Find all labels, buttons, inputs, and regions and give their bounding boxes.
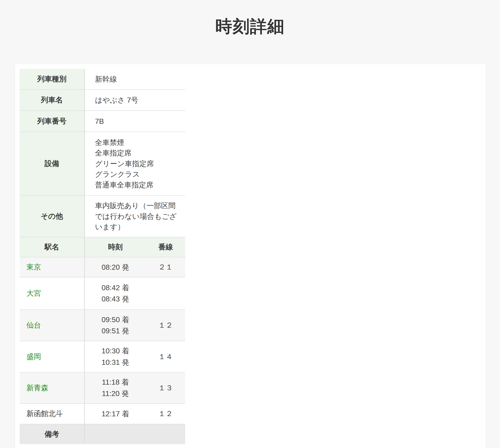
train-detail-card: 列車種別 新幹線 列車名 はやぶさ 7号 列車番号 7B 設備 全車禁煙全車指定… [15, 64, 486, 448]
station-link[interactable]: 東京 [26, 263, 41, 271]
remarks-row: 備考 [20, 424, 185, 444]
timetable-header-row: 駅名 時刻 番線 [20, 237, 185, 257]
train-name-value: はやぶさ 7号 [84, 90, 185, 111]
station-row-shin-aomori: 新青森 11:18 着11:20 発 １３ [20, 372, 185, 403]
time-cell: 10:30 着10:31 発 [84, 341, 146, 372]
other-label: その他 [20, 195, 84, 237]
train-name-label: 列車名 [20, 90, 84, 111]
station-column-header: 駅名 [20, 237, 84, 257]
station-link[interactable]: 新青森 [26, 384, 48, 392]
time-cell: 09:50 着09:51 発 [84, 310, 146, 341]
station-cell: 新青森 [20, 372, 84, 403]
row-train-number: 列車番号 7B [20, 111, 185, 132]
station-row-shin-hakodate-hokuto: 新函館北斗 12:17 着 １２ [20, 403, 185, 424]
time-cell: 08:42 着08:43 発 [84, 277, 146, 310]
time-cell: 08:20 発 [84, 257, 146, 277]
station-cell: 仙台 [20, 310, 84, 341]
row-train-name: 列車名 はやぶさ 7号 [20, 90, 185, 111]
page-title: 時刻詳細 [0, 11, 500, 36]
train-number-label: 列車番号 [20, 111, 84, 132]
track-column-header: 番線 [146, 237, 185, 257]
row-other: その他 車内販売あり（一部区間では行わない場合もございます） [20, 195, 185, 237]
time-cell: 11:18 着11:20 発 [84, 372, 146, 403]
station-row-omiya: 大宮 08:42 着08:43 発 [20, 277, 185, 310]
station-cell: 新函館北斗 [20, 403, 84, 424]
time-cell: 12:17 着 [84, 403, 146, 424]
track-cell: １２ [146, 310, 185, 341]
remarks-label: 備考 [20, 424, 84, 444]
station-cell: 東京 [20, 257, 84, 277]
station-name: 新函館北斗 [26, 409, 63, 418]
row-train-type: 列車種別 新幹線 [20, 69, 185, 90]
other-value: 車内販売あり（一部区間では行わない場合もございます） [84, 195, 185, 237]
station-row-morioka: 盛岡 10:30 着10:31 発 １４ [20, 341, 185, 372]
equipment-value: 全車禁煙全車指定席グリーン車指定席グランクラス普通車全車指定席 [84, 132, 185, 195]
remarks-value [84, 424, 185, 444]
train-type-value: 新幹線 [84, 69, 185, 90]
station-row-tokyo: 東京 08:20 発 ２１ [20, 257, 185, 277]
station-link[interactable]: 大宮 [26, 289, 41, 297]
station-cell: 大宮 [20, 277, 84, 310]
track-cell: １３ [146, 372, 185, 403]
station-link[interactable]: 仙台 [26, 321, 41, 329]
station-row-sendai: 仙台 09:50 着09:51 発 １２ [20, 310, 185, 341]
station-link[interactable]: 盛岡 [26, 352, 41, 361]
track-cell: １４ [146, 341, 185, 372]
track-cell: ２１ [146, 257, 185, 277]
track-cell [146, 277, 185, 310]
train-number-value: 7B [84, 111, 185, 132]
equipment-label: 設備 [20, 132, 84, 195]
track-cell: １２ [146, 403, 185, 424]
train-timetable-table: 列車種別 新幹線 列車名 はやぶさ 7号 列車番号 7B 設備 全車禁煙全車指定… [20, 69, 185, 444]
train-type-label: 列車種別 [20, 69, 84, 90]
time-column-header: 時刻 [84, 237, 146, 257]
station-cell: 盛岡 [20, 341, 84, 372]
row-equipment: 設備 全車禁煙全車指定席グリーン車指定席グランクラス普通車全車指定席 [20, 132, 185, 195]
